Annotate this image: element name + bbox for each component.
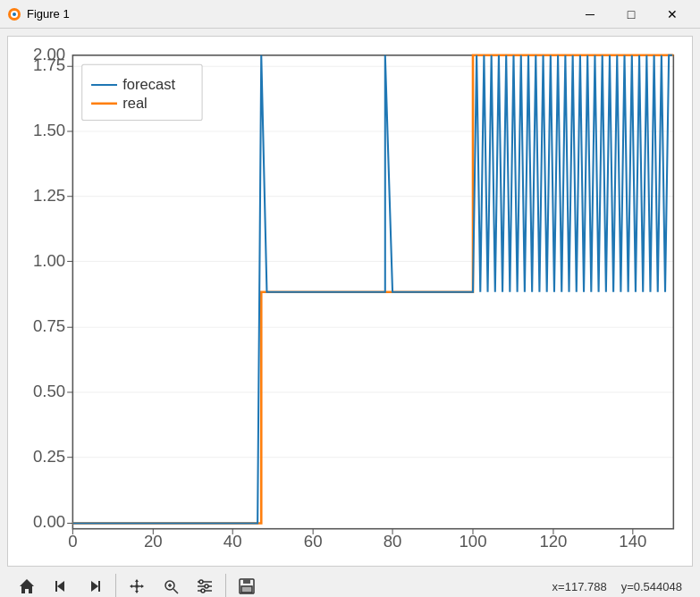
save-button[interactable] bbox=[231, 570, 263, 597]
svg-rect-53 bbox=[55, 581, 57, 592]
svg-text:2.00: 2.00 bbox=[33, 45, 65, 63]
svg-point-72 bbox=[199, 580, 203, 584]
svg-text:real: real bbox=[122, 95, 148, 112]
svg-point-74 bbox=[201, 589, 205, 593]
svg-text:120: 120 bbox=[539, 532, 567, 551]
y-coordinate: y=0.544048 bbox=[621, 580, 682, 593]
svg-text:80: 80 bbox=[384, 532, 402, 551]
svg-point-73 bbox=[205, 584, 208, 588]
restore-button[interactable]: □ bbox=[611, 0, 652, 29]
svg-text:forecast: forecast bbox=[122, 76, 175, 93]
svg-marker-51 bbox=[20, 579, 34, 593]
chart-svg: 0.00 0.25 0.50 0.75 1.00 1.25 1.50 1.75 … bbox=[8, 37, 692, 566]
coordinates-display: x=117.788 y=0.544048 bbox=[552, 580, 689, 593]
svg-line-66 bbox=[173, 589, 178, 593]
separator-2 bbox=[225, 574, 226, 597]
back-button[interactable] bbox=[45, 570, 77, 597]
svg-text:1.25: 1.25 bbox=[33, 186, 65, 205]
app-icon bbox=[7, 7, 21, 21]
minimize-button[interactable]: ─ bbox=[569, 0, 611, 29]
svg-text:1.50: 1.50 bbox=[33, 121, 65, 139]
svg-rect-77 bbox=[241, 586, 252, 593]
svg-text:100: 100 bbox=[459, 532, 486, 551]
svg-text:20: 20 bbox=[144, 532, 163, 551]
toolbar: x=117.788 y=0.544048 bbox=[7, 570, 693, 597]
svg-text:0.25: 0.25 bbox=[33, 447, 65, 466]
svg-point-56 bbox=[135, 584, 139, 588]
main-content: 0.00 0.25 0.50 0.75 1.00 1.25 1.50 1.75 … bbox=[0, 29, 700, 597]
home-button[interactable] bbox=[11, 570, 43, 597]
forward-button[interactable] bbox=[79, 570, 111, 597]
svg-text:40: 40 bbox=[223, 532, 242, 551]
svg-text:0.00: 0.00 bbox=[33, 512, 65, 531]
pan-button[interactable] bbox=[121, 570, 153, 597]
close-button[interactable]: ✕ bbox=[652, 0, 693, 29]
svg-text:0.50: 0.50 bbox=[33, 382, 65, 400]
svg-point-2 bbox=[13, 13, 16, 16]
svg-text:140: 140 bbox=[619, 532, 646, 551]
svg-text:1.00: 1.00 bbox=[33, 251, 65, 270]
chart-container[interactable]: 0.00 0.25 0.50 0.75 1.00 1.25 1.50 1.75 … bbox=[7, 36, 693, 567]
x-coordinate: x=117.788 bbox=[552, 580, 607, 593]
toolbar-buttons bbox=[11, 570, 263, 597]
window-controls: ─ □ ✕ bbox=[569, 0, 693, 29]
title-bar: Figure 1 ─ □ ✕ bbox=[0, 0, 700, 29]
zoom-button[interactable] bbox=[155, 570, 187, 597]
title-bar-left: Figure 1 bbox=[7, 7, 70, 21]
configure-button[interactable] bbox=[189, 570, 221, 597]
svg-text:0: 0 bbox=[68, 532, 77, 551]
svg-marker-54 bbox=[91, 581, 98, 592]
svg-text:0.75: 0.75 bbox=[33, 316, 65, 335]
svg-text:60: 60 bbox=[304, 532, 323, 551]
svg-rect-76 bbox=[243, 579, 250, 584]
window-title: Figure 1 bbox=[27, 7, 70, 21]
svg-marker-52 bbox=[57, 581, 64, 592]
separator-1 bbox=[115, 574, 116, 597]
svg-rect-55 bbox=[98, 581, 100, 592]
